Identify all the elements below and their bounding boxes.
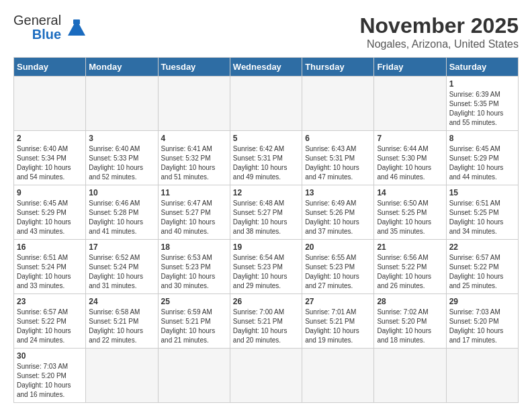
calendar-cell: 15Sunrise: 6:51 AM Sunset: 5:25 PM Dayli… — [446, 185, 518, 240]
sun-info: Sunrise: 7:03 AM Sunset: 5:20 PM Dayligh… — [17, 362, 83, 400]
week-row-5: 23Sunrise: 6:57 AM Sunset: 5:22 PM Dayli… — [14, 294, 519, 349]
day-number: 6 — [305, 134, 371, 143]
sun-info: Sunrise: 6:50 AM Sunset: 5:25 PM Dayligh… — [377, 199, 443, 236]
sun-info: Sunrise: 7:02 AM Sunset: 5:20 PM Dayligh… — [377, 308, 443, 345]
calendar-cell: 7Sunrise: 6:44 AM Sunset: 5:30 PM Daylig… — [374, 131, 446, 185]
calendar-cell: 9Sunrise: 6:45 AM Sunset: 5:29 PM Daylig… — [14, 185, 86, 240]
sun-info: Sunrise: 6:46 AM Sunset: 5:28 PM Dayligh… — [89, 199, 154, 236]
sun-info: Sunrise: 6:53 AM Sunset: 5:23 PM Dayligh… — [161, 253, 227, 291]
logo-general: General — [13, 13, 61, 28]
calendar-cell: 21Sunrise: 6:56 AM Sunset: 5:22 PM Dayli… — [374, 240, 446, 294]
sun-info: Sunrise: 6:52 AM Sunset: 5:24 PM Dayligh… — [89, 253, 154, 291]
sun-info: Sunrise: 6:55 AM Sunset: 5:23 PM Dayligh… — [305, 253, 371, 291]
svg-rect-1 — [73, 19, 80, 24]
day-number: 13 — [305, 188, 371, 197]
calendar-cell: 11Sunrise: 6:47 AM Sunset: 5:27 PM Dayli… — [158, 185, 230, 240]
day-number: 21 — [377, 242, 443, 252]
calendar-cell: 27Sunrise: 7:01 AM Sunset: 5:21 PM Dayli… — [302, 294, 374, 349]
weekday-header-row: SundayMondayTuesdayWednesdayThursdayFrid… — [14, 58, 519, 77]
week-row-2: 2Sunrise: 6:40 AM Sunset: 5:34 PM Daylig… — [14, 131, 519, 185]
calendar-cell — [302, 77, 374, 131]
sun-info: Sunrise: 6:57 AM Sunset: 5:22 PM Dayligh… — [17, 308, 83, 345]
weekday-header-tuesday: Tuesday — [158, 58, 230, 77]
sun-info: Sunrise: 6:51 AM Sunset: 5:25 PM Dayligh… — [449, 199, 515, 236]
calendar-cell: 30Sunrise: 7:03 AM Sunset: 5:20 PM Dayli… — [14, 349, 86, 403]
sun-info: Sunrise: 6:47 AM Sunset: 5:27 PM Dayligh… — [161, 199, 227, 236]
day-number: 15 — [449, 188, 515, 197]
calendar-cell: 16Sunrise: 6:51 AM Sunset: 5:24 PM Dayli… — [14, 240, 86, 294]
title-area: November 2025 Nogales, Arizona, United S… — [359, 13, 519, 50]
day-number: 7 — [377, 134, 443, 143]
calendar-cell — [446, 349, 518, 403]
sun-info: Sunrise: 6:39 AM Sunset: 5:35 PM Dayligh… — [449, 90, 515, 128]
page: General Blue November 2025 Nogales, Ariz… — [0, 0, 532, 411]
day-number: 14 — [377, 188, 443, 197]
sun-info: Sunrise: 6:49 AM Sunset: 5:26 PM Dayligh… — [305, 199, 371, 236]
calendar-cell: 25Sunrise: 6:59 AM Sunset: 5:21 PM Dayli… — [158, 294, 230, 349]
day-number: 5 — [233, 134, 299, 143]
sun-info: Sunrise: 6:45 AM Sunset: 5:29 PM Dayligh… — [449, 144, 515, 182]
calendar-cell — [158, 77, 230, 131]
day-number: 1 — [449, 79, 515, 89]
calendar-cell — [86, 77, 158, 131]
logo-blue: Blue — [32, 28, 61, 42]
calendar-cell: 18Sunrise: 6:53 AM Sunset: 5:23 PM Dayli… — [158, 240, 230, 294]
calendar-cell: 23Sunrise: 6:57 AM Sunset: 5:22 PM Dayli… — [14, 294, 86, 349]
calendar-cell: 12Sunrise: 6:48 AM Sunset: 5:27 PM Dayli… — [230, 185, 302, 240]
day-number: 9 — [17, 188, 83, 197]
day-number: 23 — [17, 297, 83, 306]
calendar-cell — [374, 77, 446, 131]
sun-info: Sunrise: 6:40 AM Sunset: 5:34 PM Dayligh… — [17, 144, 83, 182]
calendar-cell: 4Sunrise: 6:41 AM Sunset: 5:32 PM Daylig… — [158, 131, 230, 185]
day-number: 2 — [17, 134, 83, 143]
day-number: 16 — [17, 242, 83, 252]
day-number: 24 — [89, 297, 154, 306]
calendar-cell — [302, 349, 374, 403]
day-number: 10 — [89, 188, 154, 197]
sun-info: Sunrise: 7:01 AM Sunset: 5:21 PM Dayligh… — [305, 308, 371, 345]
day-number: 8 — [449, 134, 515, 143]
weekday-header-thursday: Thursday — [302, 58, 374, 77]
weekday-header-monday: Monday — [86, 58, 158, 77]
sun-info: Sunrise: 6:40 AM Sunset: 5:33 PM Dayligh… — [89, 144, 154, 182]
day-number: 28 — [377, 297, 443, 306]
day-number: 25 — [161, 297, 227, 306]
calendar-cell: 8Sunrise: 6:45 AM Sunset: 5:29 PM Daylig… — [446, 131, 518, 185]
sun-info: Sunrise: 7:03 AM Sunset: 5:20 PM Dayligh… — [449, 308, 515, 345]
day-number: 11 — [161, 188, 227, 197]
sun-info: Sunrise: 6:43 AM Sunset: 5:31 PM Dayligh… — [305, 144, 371, 182]
calendar-cell: 2Sunrise: 6:40 AM Sunset: 5:34 PM Daylig… — [14, 131, 86, 185]
logo-text: General — [13, 13, 61, 28]
sun-info: Sunrise: 6:54 AM Sunset: 5:23 PM Dayligh… — [233, 253, 299, 291]
calendar-cell: 20Sunrise: 6:55 AM Sunset: 5:23 PM Dayli… — [302, 240, 374, 294]
day-number: 20 — [305, 242, 371, 252]
calendar-subtitle: Nogales, Arizona, United States — [359, 38, 519, 50]
day-number: 12 — [233, 188, 299, 197]
day-number: 17 — [89, 242, 154, 252]
sun-info: Sunrise: 6:58 AM Sunset: 5:21 PM Dayligh… — [89, 308, 154, 345]
logo-triangle-icon — [66, 18, 87, 37]
day-number: 22 — [449, 242, 515, 252]
day-number: 26 — [233, 297, 299, 306]
calendar-cell: 24Sunrise: 6:58 AM Sunset: 5:21 PM Dayli… — [86, 294, 158, 349]
calendar-cell: 17Sunrise: 6:52 AM Sunset: 5:24 PM Dayli… — [86, 240, 158, 294]
sun-info: Sunrise: 6:45 AM Sunset: 5:29 PM Dayligh… — [17, 199, 83, 236]
calendar-cell: 28Sunrise: 7:02 AM Sunset: 5:20 PM Dayli… — [374, 294, 446, 349]
calendar-cell: 14Sunrise: 6:50 AM Sunset: 5:25 PM Dayli… — [374, 185, 446, 240]
weekday-header-saturday: Saturday — [446, 58, 518, 77]
day-number: 3 — [89, 134, 154, 143]
calendar-cell: 13Sunrise: 6:49 AM Sunset: 5:26 PM Dayli… — [302, 185, 374, 240]
sun-info: Sunrise: 6:48 AM Sunset: 5:27 PM Dayligh… — [233, 199, 299, 236]
calendar-cell: 22Sunrise: 6:57 AM Sunset: 5:22 PM Dayli… — [446, 240, 518, 294]
weekday-header-sunday: Sunday — [14, 58, 86, 77]
logo: General Blue — [13, 13, 87, 42]
weekday-header-friday: Friday — [374, 58, 446, 77]
calendar-cell: 1Sunrise: 6:39 AM Sunset: 5:35 PM Daylig… — [446, 77, 518, 131]
calendar-cell: 3Sunrise: 6:40 AM Sunset: 5:33 PM Daylig… — [86, 131, 158, 185]
sun-info: Sunrise: 6:51 AM Sunset: 5:24 PM Dayligh… — [17, 253, 83, 291]
sun-info: Sunrise: 6:44 AM Sunset: 5:30 PM Dayligh… — [377, 144, 443, 182]
day-number: 18 — [161, 242, 227, 252]
sun-info: Sunrise: 6:42 AM Sunset: 5:31 PM Dayligh… — [233, 144, 299, 182]
day-number: 4 — [161, 134, 227, 143]
calendar-cell — [230, 349, 302, 403]
